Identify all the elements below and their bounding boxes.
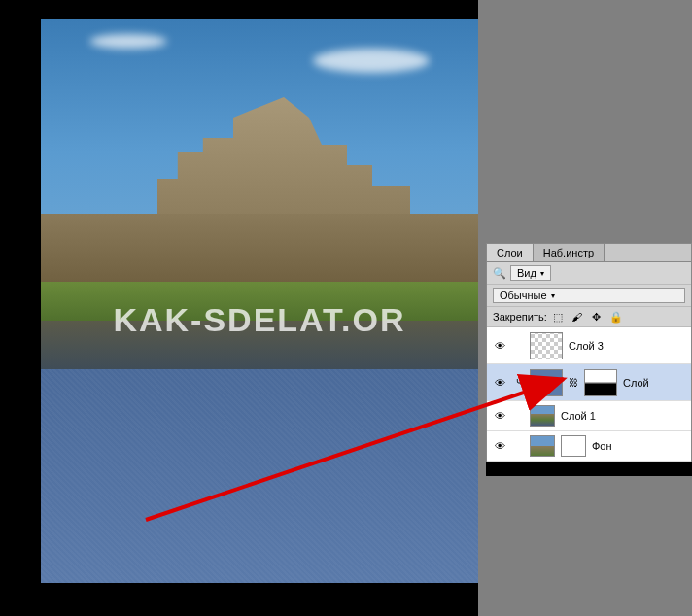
layer-thumbnail[interactable] <box>530 405 555 427</box>
canvas-water <box>41 369 478 583</box>
background-right <box>486 0 692 243</box>
search-icon[interactable]: 🔍 <box>493 267 506 280</box>
layer-mask-thumbnail[interactable] <box>561 435 586 457</box>
layer-thumbnail[interactable] <box>530 369 563 396</box>
layers-panel: Слои Наб.инстр 🔍 Вид Обычные Закрепить: … <box>486 243 692 462</box>
background-bottom <box>486 476 692 616</box>
layer-name[interactable]: Слой 3 <box>569 340 604 352</box>
lock-row: Закрепить: ⬚ 🖌 ✥ 🔒 <box>487 307 691 327</box>
layer-name[interactable]: Слой <box>623 377 649 389</box>
lock-all-icon[interactable]: 🔒 <box>609 310 623 324</box>
visibility-toggle-icon[interactable]: 👁 <box>491 377 508 389</box>
layer-thumbnail[interactable] <box>530 435 555 457</box>
lock-label: Закрепить: <box>493 311 547 323</box>
filter-label: Вид <box>517 267 536 279</box>
document-canvas[interactable]: KAK-SDELAT.OR <box>41 19 478 583</box>
lock-position-icon[interactable]: ✥ <box>590 310 604 324</box>
canvas-cloud <box>313 49 430 73</box>
link-mask-icon[interactable]: ⛓ <box>569 377 578 388</box>
layer-row[interactable]: 👁 Слой 1 <box>487 401 691 431</box>
blend-mode-row: Обычные <box>487 285 691 307</box>
tab-toolsets[interactable]: Наб.инстр <box>534 244 605 261</box>
blend-mode-label: Обычные <box>500 290 547 301</box>
layer-name[interactable]: Фон <box>592 440 612 452</box>
tab-layers[interactable]: Слои <box>487 244 534 261</box>
filter-row: 🔍 Вид <box>487 262 691 285</box>
clip-indicator-icon: ⤷ <box>514 376 524 389</box>
filter-dropdown[interactable]: Вид <box>510 265 551 281</box>
layer-row[interactable]: 👁 Слой 3 <box>487 327 691 364</box>
layer-thumbnail[interactable] <box>530 332 563 359</box>
visibility-toggle-icon[interactable]: 👁 <box>491 440 508 452</box>
layer-name[interactable]: Слой 1 <box>561 410 596 422</box>
lock-pixels-icon[interactable]: 🖌 <box>571 310 584 324</box>
layer-row[interactable]: 👁 Фон <box>487 431 691 462</box>
visibility-toggle-icon[interactable]: 👁 <box>491 340 508 352</box>
layers-list: 👁 Слой 3 👁 ⤷ ⛓ Слой 👁 Слой 1 👁 Фон <box>487 327 691 462</box>
lock-transparency-icon[interactable]: ⬚ <box>551 310 565 324</box>
layer-mask-thumbnail[interactable] <box>584 369 617 396</box>
watermark-text: KAK-SDELAT.OR <box>41 301 478 339</box>
visibility-toggle-icon[interactable]: 👁 <box>491 410 508 422</box>
canvas-cloud <box>89 34 167 49</box>
layer-row[interactable]: 👁 ⤷ ⛓ Слой <box>487 364 691 401</box>
lock-icons: ⬚ 🖌 ✥ 🔒 <box>551 310 623 324</box>
panel-tabs: Слои Наб.инстр <box>487 244 691 262</box>
background-strip <box>478 0 486 616</box>
blend-mode-dropdown[interactable]: Обычные <box>493 288 685 303</box>
